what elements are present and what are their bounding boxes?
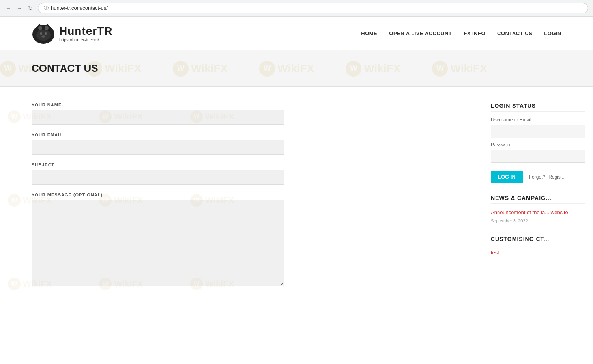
email-input[interactable] xyxy=(32,140,284,155)
customising-section: CUSTOMISING CT... test xyxy=(491,236,585,256)
name-label: YOUR NAME xyxy=(32,103,284,107)
logo-image xyxy=(32,22,55,44)
svg-marker-9 xyxy=(38,24,41,26)
name-group: YOUR NAME xyxy=(32,103,284,125)
logo-area: HunterTR https://hunter-tr.com/ xyxy=(32,22,113,44)
password-input[interactable] xyxy=(491,150,585,163)
name-input[interactable] xyxy=(32,110,284,125)
nav-fx-info[interactable]: FX INFO xyxy=(464,30,485,36)
username-input[interactable] xyxy=(491,125,585,138)
forward-button[interactable]: → xyxy=(16,5,23,12)
svg-marker-10 xyxy=(46,24,49,26)
nav-home[interactable]: HOME xyxy=(361,30,377,36)
news-date: September 3, 2022 xyxy=(491,218,528,223)
browser-chrome: ← → ↻ ⓘ hunter-tr.com/contact-us/ xyxy=(0,0,593,17)
news-item: Announcement of the la... website Septem… xyxy=(491,209,585,224)
page-title: CONTACT US xyxy=(32,62,561,75)
password-label: Password xyxy=(491,142,585,147)
message-group: YOUR MESSAGE (OPTIONAL) xyxy=(32,192,284,288)
site-header: HunterTR https://hunter-tr.com/ HOME OPE… xyxy=(0,17,593,50)
logo-text: HunterTR https://hunter-tr.com/ xyxy=(59,25,113,42)
login-status-title: LOGIN STATUS xyxy=(491,103,585,112)
main-nav: HOME OPEN A LIVE ACCOUNT FX INFO CONTACT… xyxy=(361,30,561,36)
svg-point-5 xyxy=(36,30,51,41)
content-area: W WikiFX W WikiFX W WikiFX W WikiFX W Wi… xyxy=(0,87,483,323)
svg-point-3 xyxy=(38,26,42,30)
contact-form: YOUR NAME YOUR EMAIL SUBJECT YOUR MESSAG… xyxy=(32,103,284,288)
email-group: YOUR EMAIL xyxy=(32,133,284,155)
register-link[interactable]: Regis... xyxy=(548,174,565,180)
logo-title: HunterTR xyxy=(59,25,113,37)
nav-open-account[interactable]: OPEN A LIVE ACCOUNT xyxy=(389,30,452,36)
page-hero: W WikiFX W WikiFX W WikiFX W WikiFX W Wi… xyxy=(0,50,593,87)
nav-contact-us[interactable]: CONTACT US xyxy=(497,30,532,36)
username-label: Username or Email xyxy=(491,117,585,123)
back-button[interactable]: ← xyxy=(5,5,12,12)
subject-group: SUBJECT xyxy=(32,162,284,185)
subject-input[interactable] xyxy=(32,170,284,185)
url-bar[interactable]: ⓘ hunter-tr.com/contact-us/ xyxy=(38,3,588,13)
login-button[interactable]: LOG IN xyxy=(491,171,523,183)
security-icon: ⓘ xyxy=(44,5,49,11)
subject-label: SUBJECT xyxy=(32,162,284,167)
forgot-link[interactable]: Forgot? xyxy=(529,174,545,180)
news-section: NEWS & CAMPAIG... Announcement of the la… xyxy=(491,195,585,224)
customising-link[interactable]: test xyxy=(491,250,499,256)
reload-button[interactable]: ↻ xyxy=(27,5,34,12)
url-text: hunter-tr.com/contact-us/ xyxy=(51,5,108,11)
svg-point-8 xyxy=(41,35,45,38)
svg-point-7 xyxy=(45,32,47,35)
sidebar: LOGIN STATUS Username or Email Password … xyxy=(483,87,593,323)
login-status-section: LOGIN STATUS Username or Email Password … xyxy=(491,103,585,183)
message-textarea[interactable] xyxy=(32,200,284,286)
customising-title: CUSTOMISING CT... xyxy=(491,236,585,245)
news-link[interactable]: Announcement of the la... website xyxy=(491,209,585,215)
logo-subtitle: https://hunter-tr.com/ xyxy=(59,37,113,42)
email-label: YOUR EMAIL xyxy=(32,133,284,137)
login-actions: LOG IN Forgot? Regis... xyxy=(491,171,585,183)
message-label: YOUR MESSAGE (OPTIONAL) xyxy=(32,192,284,197)
svg-point-6 xyxy=(40,32,42,35)
nav-login[interactable]: LOGIN xyxy=(544,30,561,36)
main-layout: W WikiFX W WikiFX W WikiFX W WikiFX W Wi… xyxy=(0,87,593,323)
news-title: NEWS & CAMPAIG... xyxy=(491,195,585,204)
svg-point-4 xyxy=(45,26,49,30)
